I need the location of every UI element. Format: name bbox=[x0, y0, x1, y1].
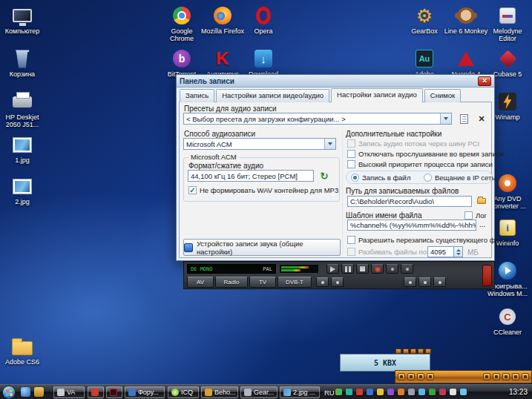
taskbar-window-icon-only[interactable] bbox=[106, 386, 122, 398]
desktop-icon-image-1[interactable]: 1.jpg bbox=[0, 133, 45, 164]
tray-icon[interactable] bbox=[408, 389, 415, 395]
vu-meter bbox=[280, 265, 318, 273]
tab-record[interactable]: Запись bbox=[180, 89, 214, 102]
tv-power-button[interactable] bbox=[482, 265, 492, 286]
player-mini-button[interactable] bbox=[403, 349, 409, 354]
desktop-icon-opera[interactable]: Opera bbox=[240, 4, 286, 35]
desktop-icon-recycle-bin[interactable]: Корзина bbox=[0, 47, 45, 78]
tv-extra-button[interactable] bbox=[386, 264, 398, 274]
record-button[interactable] bbox=[371, 264, 384, 274]
preset-combobox[interactable]: < Выбор пресета для загрузки конфигураци… bbox=[183, 113, 452, 125]
tv-panel-button[interactable] bbox=[433, 277, 446, 287]
taskbar-window-va[interactable]: VA bbox=[53, 386, 85, 398]
record-path-field[interactable]: C:\Beholder\Record\Audio\ bbox=[347, 196, 472, 207]
player-play-button[interactable] bbox=[493, 373, 500, 380]
dialog-titlebar[interactable]: Панель записи ✕ bbox=[177, 75, 494, 88]
play-button[interactable] bbox=[326, 264, 339, 274]
player-mini-button[interactable] bbox=[418, 349, 424, 354]
preset-delete-button[interactable]: ✕ bbox=[475, 113, 488, 125]
start-button[interactable] bbox=[2, 386, 16, 399]
desktop-icon-gearbox[interactable]: ⚙ GearBox bbox=[401, 4, 447, 35]
split-size-spinner[interactable] bbox=[454, 246, 463, 257]
record-to-file-radio[interactable]: Запись в файл bbox=[351, 174, 410, 182]
player-button[interactable] bbox=[407, 373, 415, 380]
tv-settings-button[interactable] bbox=[316, 277, 329, 287]
player-mini-button[interactable] bbox=[425, 349, 431, 354]
quick-launch-icon[interactable] bbox=[34, 387, 44, 397]
split-size-field[interactable]: 4095 bbox=[427, 246, 454, 257]
tab-video-audio-settings[interactable]: Настройки записи видео/аудио bbox=[216, 89, 329, 102]
broadcast-ip-radio[interactable]: Вещание в IP сеть bbox=[424, 174, 495, 182]
taskbar-window-beholdtv[interactable]: Beho... bbox=[201, 386, 238, 398]
audio-method-combobox[interactable]: Microsoft ACM bbox=[183, 138, 336, 150]
source-av-button[interactable]: AV bbox=[187, 277, 214, 288]
log-checkbox[interactable]: Лог bbox=[464, 211, 487, 220]
tab-audio-settings[interactable]: Настройки записи аудио bbox=[331, 88, 423, 102]
browse-folder-button[interactable] bbox=[475, 195, 488, 207]
tray-icon[interactable] bbox=[450, 389, 456, 395]
stop-button[interactable] bbox=[356, 264, 369, 274]
player-mini-button[interactable] bbox=[410, 349, 416, 354]
taskbar-window-image-viewer[interactable]: 2.jpg ... bbox=[280, 386, 320, 398]
source-radio-button[interactable]: Radio bbox=[215, 277, 248, 288]
player-button[interactable] bbox=[427, 373, 434, 380]
split-files-checkbox[interactable]: Разбивать файлы по bbox=[347, 248, 427, 256]
tv-panel-button[interactable] bbox=[418, 277, 431, 287]
player-next-button[interactable] bbox=[522, 373, 529, 380]
desktop-icon-melodyne[interactable]: Melodyne Editor bbox=[485, 4, 531, 43]
chevron-down-icon[interactable] bbox=[440, 113, 451, 124]
player-stop-button[interactable] bbox=[512, 373, 519, 380]
high-priority-checkbox[interactable]: Высокий приоритет процесса при записи bbox=[347, 160, 493, 168]
taskbar-window-icon-only[interactable] bbox=[88, 386, 104, 398]
language-indicator[interactable]: RU bbox=[324, 389, 335, 397]
desktop-icon-adobe-cs6-folder[interactable]: Adobe CS6 bbox=[0, 335, 45, 366]
pci-stream-checkbox[interactable]: Запись аудио потока через шину PCI bbox=[347, 139, 479, 148]
sound-device-button[interactable]: Устройство записи звука (общие настройки… bbox=[183, 239, 341, 256]
desktop-icon-ccleaner[interactable]: C CCleaner bbox=[485, 306, 531, 336]
desktop-icon-printer[interactable]: HP Deskjet 2050 J51... bbox=[0, 90, 45, 129]
tray-icon[interactable] bbox=[335, 389, 342, 395]
preset-save-button[interactable] bbox=[457, 113, 470, 125]
tray-icon[interactable] bbox=[418, 389, 425, 395]
audio-format-field[interactable]: 44,100 кГц 16 бит; Стерео [PCM] bbox=[188, 170, 314, 182]
filename-template-field[interactable]: %channel% (%yy%%mm%%dd%-%hh%%nn% bbox=[347, 220, 476, 231]
chevron-down-icon[interactable] bbox=[324, 139, 335, 149]
choose-format-button[interactable]: ↻ bbox=[318, 170, 331, 182]
taskbar-window-icq[interactable]: ICQ bbox=[168, 386, 199, 398]
tray-icon[interactable] bbox=[429, 389, 436, 395]
player-button[interactable] bbox=[417, 373, 424, 380]
taskbar-clock[interactable]: 13:23 bbox=[509, 388, 528, 396]
desktop-icon-image-2[interactable]: 2.jpg bbox=[0, 175, 45, 205]
tray-icon[interactable] bbox=[367, 389, 373, 395]
tray-icon[interactable] bbox=[356, 389, 363, 395]
template-more-button[interactable]: ... bbox=[479, 220, 485, 228]
tray-icon[interactable] bbox=[387, 389, 394, 395]
no-wav-checkbox[interactable]: ✓ Не формировать WAV контейнер для MP3 bbox=[188, 186, 338, 194]
player-prev-button[interactable] bbox=[483, 373, 490, 380]
tv-settings-button[interactable] bbox=[331, 277, 344, 287]
tab-snapshot[interactable]: Снимок bbox=[424, 89, 461, 102]
tray-icon[interactable] bbox=[377, 389, 384, 395]
taskbar-window-forum[interactable]: Фору... bbox=[125, 386, 165, 398]
tray-icon[interactable] bbox=[398, 389, 404, 395]
tv-extra-button[interactable] bbox=[401, 264, 413, 274]
overwrite-checkbox[interactable]: Разрешить перезапись существующего файла bbox=[347, 236, 511, 244]
player-mini-button[interactable] bbox=[395, 349, 401, 354]
quick-launch-icon[interactable] bbox=[21, 387, 30, 397]
tray-icon[interactable] bbox=[346, 389, 352, 395]
desktop-icon-firefox[interactable]: Mozilla Firefox bbox=[200, 4, 246, 35]
mute-monitor-checkbox[interactable]: Отключать прослушивание во время записи bbox=[347, 150, 504, 158]
player-pause-button[interactable] bbox=[502, 373, 510, 380]
tv-panel-button[interactable] bbox=[404, 277, 416, 287]
taskbar-window-gearbox[interactable]: Gear... bbox=[240, 386, 278, 398]
desktop-icon-chrome[interactable]: Google Chrome bbox=[159, 4, 205, 43]
tray-icon[interactable] bbox=[460, 389, 467, 395]
tray-icon[interactable] bbox=[439, 389, 446, 395]
pause-button[interactable] bbox=[341, 264, 354, 274]
source-tv-button[interactable]: TV bbox=[249, 277, 276, 288]
desktop-icon-computer[interactable]: Компьютер bbox=[0, 4, 45, 35]
desktop-icon-line6-monkey[interactable]: Line 6 Monkey bbox=[443, 4, 489, 35]
player-button[interactable] bbox=[398, 373, 405, 380]
close-button[interactable]: ✕ bbox=[478, 76, 491, 86]
source-dvbt-button[interactable]: DVB-T bbox=[278, 277, 312, 288]
